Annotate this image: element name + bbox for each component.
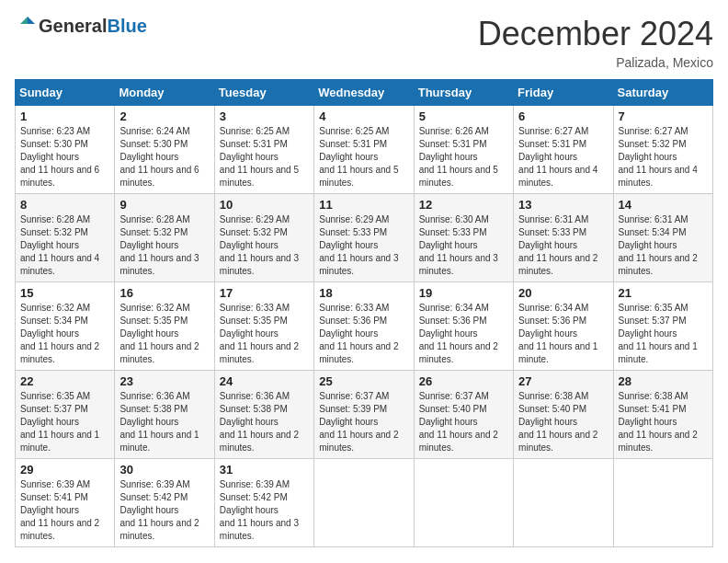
svg-marker-1 — [20, 17, 28, 24]
day-info: Sunrise: 6:27 AM Sunset: 5:31 PM Dayligh… — [518, 125, 608, 190]
daylight-value: and 11 hours and 2 minutes. — [119, 341, 199, 364]
day-info: Sunrise: 6:37 AM Sunset: 5:40 PM Dayligh… — [419, 390, 508, 454]
day-number: 21 — [619, 286, 708, 300]
calendar-cell: 23 Sunrise: 6:36 AM Sunset: 5:38 PM Dayl… — [115, 371, 214, 459]
day-info: Sunrise: 6:39 AM Sunset: 5:42 PM Dayligh… — [119, 478, 209, 543]
calendar-table: SundayMondayTuesdayWednesdayThursdayFrid… — [15, 79, 713, 547]
weekday-header: Tuesday — [214, 80, 313, 106]
day-info: Sunrise: 6:25 AM Sunset: 5:31 PM Dayligh… — [220, 125, 309, 190]
day-info: Sunrise: 6:34 AM Sunset: 5:36 PM Dayligh… — [419, 302, 508, 366]
calendar-cell: 6 Sunrise: 6:27 AM Sunset: 5:31 PM Dayli… — [514, 106, 613, 194]
daylight-label: Daylight hours — [220, 328, 279, 339]
daylight-label: Daylight hours — [220, 152, 279, 162]
sunrise-label: Sunrise: 6:34 AM — [518, 303, 588, 313]
sunset-label: Sunset: 5:36 PM — [319, 316, 387, 326]
daylight-label: Daylight hours — [220, 505, 279, 515]
daylight-value: and 11 hours and 2 minutes. — [119, 518, 199, 541]
calendar-cell — [514, 459, 613, 547]
calendar-cell: 10 Sunrise: 6:29 AM Sunset: 5:32 PM Dayl… — [214, 194, 313, 282]
daylight-value: and 11 hours and 4 minutes. — [619, 165, 698, 188]
weekday-header: Friday — [514, 80, 613, 106]
calendar-cell: 3 Sunrise: 6:25 AM Sunset: 5:31 PM Dayli… — [214, 106, 313, 194]
sunrise-label: Sunrise: 6:33 AM — [319, 303, 389, 313]
weekday-header: Sunday — [16, 80, 115, 106]
sunrise-label: Sunrise: 6:28 AM — [119, 214, 189, 224]
day-number: 28 — [619, 374, 708, 388]
daylight-value: and 11 hours and 2 minutes. — [419, 430, 498, 453]
logo: GeneralBlue — [15, 15, 147, 37]
day-number: 1 — [20, 109, 109, 123]
daylight-value: and 11 hours and 2 minutes. — [518, 253, 597, 276]
daylight-value: and 11 hours and 2 minutes. — [419, 341, 498, 364]
calendar-cell: 22 Sunrise: 6:35 AM Sunset: 5:37 PM Dayl… — [16, 371, 115, 459]
day-info: Sunrise: 6:32 AM Sunset: 5:35 PM Dayligh… — [119, 302, 209, 366]
daylight-label: Daylight hours — [619, 328, 677, 339]
sunset-label: Sunset: 5:38 PM — [119, 404, 188, 414]
daylight-label: Daylight hours — [20, 240, 79, 250]
sunrise-label: Sunrise: 6:24 AM — [119, 126, 189, 136]
daylight-label: Daylight hours — [20, 505, 79, 515]
daylight-value: and 11 hours and 3 minutes. — [220, 518, 299, 541]
sunrise-label: Sunrise: 6:25 AM — [319, 126, 389, 136]
sunset-label: Sunset: 5:42 PM — [220, 492, 288, 502]
daylight-label: Daylight hours — [319, 240, 378, 250]
calendar-cell: 4 Sunrise: 6:25 AM Sunset: 5:31 PM Dayli… — [314, 106, 414, 194]
calendar-week-row: 22 Sunrise: 6:35 AM Sunset: 5:37 PM Dayl… — [16, 371, 713, 459]
day-info: Sunrise: 6:36 AM Sunset: 5:38 PM Dayligh… — [119, 390, 209, 454]
sunset-label: Sunset: 5:31 PM — [319, 139, 387, 149]
day-info: Sunrise: 6:32 AM Sunset: 5:34 PM Dayligh… — [20, 302, 109, 366]
day-number: 27 — [518, 374, 608, 388]
sunrise-label: Sunrise: 6:37 AM — [319, 391, 389, 401]
sunrise-label: Sunrise: 6:33 AM — [220, 303, 290, 313]
daylight-value: and 11 hours and 2 minutes. — [319, 430, 398, 453]
daylight-value: and 11 hours and 6 minutes. — [119, 165, 199, 188]
daylight-label: Daylight hours — [119, 240, 178, 250]
calendar-cell: 25 Sunrise: 6:37 AM Sunset: 5:39 PM Dayl… — [314, 371, 414, 459]
day-number: 20 — [518, 286, 608, 300]
weekday-header: Monday — [115, 80, 214, 106]
calendar-cell: 13 Sunrise: 6:31 AM Sunset: 5:33 PM Dayl… — [514, 194, 613, 282]
daylight-value: and 11 hours and 1 minute. — [119, 430, 199, 453]
calendar-cell: 15 Sunrise: 6:32 AM Sunset: 5:34 PM Dayl… — [16, 282, 115, 371]
logo-icon — [15, 15, 37, 37]
daylight-value: and 11 hours and 3 minutes. — [119, 253, 199, 276]
day-number: 29 — [20, 463, 109, 477]
sunset-label: Sunset: 5:32 PM — [619, 139, 687, 149]
weekday-header: Wednesday — [314, 80, 414, 106]
daylight-label: Daylight hours — [20, 328, 79, 339]
calendar-cell: 14 Sunrise: 6:31 AM Sunset: 5:34 PM Dayl… — [613, 194, 712, 282]
sunset-label: Sunset: 5:37 PM — [619, 316, 687, 326]
daylight-value: and 11 hours and 3 minutes. — [419, 253, 498, 276]
sunset-label: Sunset: 5:34 PM — [619, 227, 687, 237]
sunrise-label: Sunrise: 6:29 AM — [319, 214, 389, 224]
sunrise-label: Sunrise: 6:30 AM — [419, 214, 489, 224]
sunrise-label: Sunrise: 6:36 AM — [220, 391, 290, 401]
day-info: Sunrise: 6:25 AM Sunset: 5:31 PM Dayligh… — [319, 125, 408, 190]
sunrise-label: Sunrise: 6:28 AM — [20, 214, 90, 224]
calendar-cell: 7 Sunrise: 6:27 AM Sunset: 5:32 PM Dayli… — [613, 106, 712, 194]
calendar-cell: 16 Sunrise: 6:32 AM Sunset: 5:35 PM Dayl… — [115, 282, 214, 371]
day-number: 7 — [619, 109, 708, 123]
daylight-label: Daylight hours — [419, 240, 478, 250]
calendar-cell: 9 Sunrise: 6:28 AM Sunset: 5:32 PM Dayli… — [115, 194, 214, 282]
weekday-header: Saturday — [613, 80, 712, 106]
daylight-label: Daylight hours — [119, 152, 178, 162]
calendar-week-row: 8 Sunrise: 6:28 AM Sunset: 5:32 PM Dayli… — [16, 194, 713, 282]
day-number: 30 — [119, 463, 209, 477]
sunrise-label: Sunrise: 6:29 AM — [220, 214, 290, 224]
sunset-label: Sunset: 5:35 PM — [220, 316, 288, 326]
daylight-value: and 11 hours and 2 minutes. — [518, 430, 597, 453]
sunset-label: Sunset: 5:35 PM — [119, 316, 188, 326]
day-info: Sunrise: 6:24 AM Sunset: 5:30 PM Dayligh… — [119, 125, 209, 190]
month-title: December 2024 — [478, 15, 713, 53]
daylight-value: and 11 hours and 2 minutes. — [20, 341, 99, 364]
day-info: Sunrise: 6:26 AM Sunset: 5:31 PM Dayligh… — [419, 125, 508, 190]
daylight-value: and 11 hours and 5 minutes. — [419, 165, 498, 188]
daylight-value: and 11 hours and 4 minutes. — [518, 165, 597, 188]
logo-blue-text: Blue — [107, 16, 146, 37]
calendar-cell: 27 Sunrise: 6:38 AM Sunset: 5:40 PM Dayl… — [514, 371, 613, 459]
location: Palizada, Mexico — [478, 55, 713, 70]
daylight-value: and 11 hours and 3 minutes. — [319, 253, 398, 276]
calendar-cell: 21 Sunrise: 6:35 AM Sunset: 5:37 PM Dayl… — [613, 282, 712, 371]
sunset-label: Sunset: 5:41 PM — [20, 492, 88, 502]
